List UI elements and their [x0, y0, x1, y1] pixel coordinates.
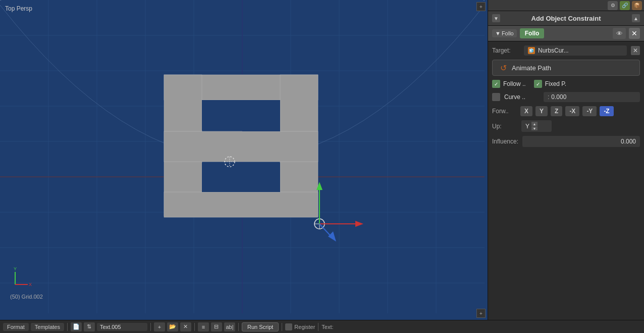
panel-title-row: ▼ Add Object Constraint ▲ — [488, 11, 644, 26]
svg-rect-29 — [242, 163, 280, 192]
constraint-short1: Follo — [502, 30, 514, 36]
separator-2 — [150, 323, 151, 331]
register-checkbox[interactable] — [285, 323, 292, 330]
dropdown-arrow-icon: ▼ — [495, 30, 501, 36]
panel-icon-3[interactable]: 📦 — [632, 1, 642, 10]
follow-checkbox-item[interactable]: ✓ Follow .. — [492, 80, 526, 88]
separator-6 — [318, 323, 318, 331]
text-label: Text: — [321, 324, 333, 330]
separator-1 — [67, 323, 68, 331]
number-colon: : — [548, 93, 549, 101]
run-script-button[interactable]: Run Script — [242, 322, 279, 331]
axis-z-button[interactable]: Z — [551, 106, 562, 116]
curve-number-field[interactable]: : 0.000 — [544, 92, 640, 102]
axis-ny-button[interactable]: -Y — [582, 106, 597, 116]
close-constraint-button[interactable]: ✕ — [629, 28, 640, 39]
open-btn[interactable]: 📂 — [167, 322, 178, 331]
separator-5 — [282, 323, 282, 331]
svg-rect-28 — [202, 163, 242, 192]
up-stepper-down[interactable]: ▼ — [531, 126, 538, 130]
svg-text:Y: Y — [14, 266, 17, 271]
templates-tab[interactable]: Templates — [31, 323, 64, 331]
viewport-label: Top Persp — [5, 5, 32, 12]
follow-label: Follow .. — [503, 80, 526, 87]
bottom-bar: Format Templates 📄 ⇅ Text.005 + 📂 ✕ ≡ ⊟ … — [0, 320, 644, 333]
axis-y-button[interactable]: Y — [535, 106, 548, 116]
coord-label: (50) Grid.002 — [10, 294, 43, 300]
target-value-field[interactable]: 🧊 NurbsCur... — [524, 45, 627, 56]
spell-btn[interactable]: ab| — [224, 322, 235, 331]
animate-path-button[interactable]: ↺ Animate Path — [492, 60, 640, 76]
target-clear-button[interactable]: ✕ — [631, 46, 640, 55]
fixed-p-label: Fixed P. — [545, 80, 566, 87]
target-row: Target: 🧊 NurbsCur... ✕ — [492, 45, 640, 56]
expand-bottom-button[interactable]: + — [476, 309, 486, 318]
axis-nz-button[interactable]: -Z — [600, 106, 613, 116]
axes-indicator: Y X — [10, 264, 35, 290]
expand-top-button[interactable]: + — [476, 2, 486, 11]
close-btn2[interactable]: ✕ — [180, 322, 191, 331]
visibility-eye-button[interactable]: 👁 — [613, 28, 626, 39]
checkbox-row: ✓ Follow .. ✓ Fixed P. — [492, 80, 640, 88]
target-label: Target: — [492, 47, 520, 54]
up-row: Up: Y ▲ ▼ — [492, 120, 640, 132]
up-value: Y — [525, 123, 529, 130]
animate-path-label: Animate Path — [512, 64, 551, 72]
up-stepper[interactable]: ▲ ▼ — [531, 122, 538, 130]
svg-rect-24 — [164, 131, 318, 162]
panel-body: Target: 🧊 NurbsCur... ✕ ↺ Animate Path ✓… — [488, 41, 644, 151]
up-select[interactable]: Y ▲ ▼ — [521, 120, 552, 132]
panel-top-bar: ⚙ 🔗 📦 — [488, 0, 644, 11]
influence-row: Influence: 0.000 — [492, 136, 640, 147]
panel-icon-1[interactable]: ⚙ — [608, 1, 618, 10]
add-btn[interactable]: + — [154, 322, 165, 331]
axis-nx-button[interactable]: -X — [565, 106, 579, 116]
grid-svg — [0, 0, 488, 320]
stepper-btn[interactable]: ⇅ — [84, 322, 95, 331]
indent-btn[interactable]: ⊟ — [211, 322, 222, 331]
constraint-label-button[interactable]: Follo — [520, 28, 545, 38]
list-btn[interactable]: ≡ — [198, 322, 209, 331]
curve-value: 0.000 — [551, 93, 566, 101]
svg-rect-23 — [164, 192, 318, 217]
register-label: Register — [294, 324, 315, 330]
influence-label: Influence: — [492, 138, 518, 145]
forward-axis-row: Forw.. X Y Z -X -Y -Z — [492, 106, 640, 116]
fixed-p-checkbox[interactable]: ✓ — [534, 80, 542, 88]
constraint-dropdown[interactable]: ▼ Follo — [492, 29, 517, 37]
constraint-header: ▼ Follo Follo 👁 ✕ — [488, 26, 644, 41]
up-label: Up: — [492, 123, 517, 130]
panel-title: Add Object Constraint — [531, 15, 601, 22]
separator-4 — [238, 323, 239, 331]
target-icon: 🧊 — [528, 47, 535, 54]
curve-label: Curve .. — [504, 93, 540, 101]
svg-rect-25 — [202, 100, 242, 130]
separator-3 — [194, 323, 195, 331]
follow-checkbox[interactable]: ✓ — [492, 80, 500, 88]
right-panel: ⚙ 🔗 📦 ▼ Add Object Constraint ▲ ▼ Follo … — [488, 0, 644, 320]
curve-row: Curve .. : 0.000 — [492, 92, 640, 102]
text-file-select[interactable]: Text.005 — [97, 323, 147, 331]
influence-field[interactable]: 0.000 — [522, 136, 640, 147]
format-tab[interactable]: Format — [3, 323, 29, 331]
svg-rect-27 — [242, 100, 280, 131]
fixed-p-checkbox-item[interactable]: ✓ Fixed P. — [534, 80, 566, 88]
forward-label: Forw.. — [492, 108, 517, 115]
viewport[interactable]: Top Persp Y X (50) Grid.002 + + — [0, 0, 488, 320]
text-icon-btn[interactable]: 📄 — [71, 322, 82, 331]
curve-toggle[interactable] — [492, 93, 500, 101]
target-text: NurbsCur... — [538, 47, 569, 54]
panel-dropdown-arrow[interactable]: ▼ — [492, 14, 500, 22]
up-stepper-up[interactable]: ▲ — [531, 122, 538, 126]
panel-icon-2[interactable]: 🔗 — [620, 1, 630, 10]
animate-path-icon: ↺ — [499, 63, 508, 72]
panel-up-arrow[interactable]: ▲ — [632, 14, 640, 22]
svg-text:X: X — [29, 282, 32, 287]
axis-x-button[interactable]: X — [520, 106, 532, 116]
